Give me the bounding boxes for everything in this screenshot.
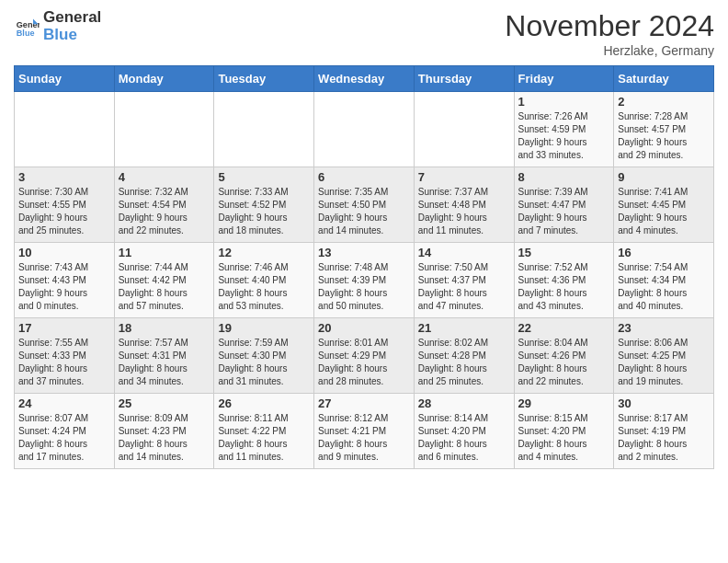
day-info: Sunrise: 8:09 AM Sunset: 4:23 PM Dayligh…	[119, 412, 210, 464]
day-info: Sunrise: 7:39 AM Sunset: 4:47 PM Dayligh…	[518, 186, 610, 237]
calendar-week-row: 24Sunrise: 8:07 AM Sunset: 4:24 PM Dayli…	[15, 394, 714, 469]
weekday-header-thursday: Thursday	[414, 66, 514, 92]
calendar-cell	[114, 92, 214, 167]
location: Herzlake, Germany	[505, 43, 714, 58]
calendar-cell: 20Sunrise: 8:01 AM Sunset: 4:29 PM Dayli…	[314, 318, 415, 394]
day-number: 15	[518, 246, 610, 259]
weekday-header-monday: Monday	[114, 66, 214, 92]
calendar-cell	[15, 92, 115, 167]
day-number: 18	[119, 321, 210, 335]
calendar-cell: 17Sunrise: 7:55 AM Sunset: 4:33 PM Dayli…	[15, 318, 115, 394]
calendar-cell: 11Sunrise: 7:44 AM Sunset: 4:42 PM Dayli…	[114, 243, 214, 318]
calendar-cell: 3Sunrise: 7:30 AM Sunset: 4:55 PM Daylig…	[15, 167, 115, 243]
calendar-cell	[314, 92, 415, 167]
weekday-header-saturday: Saturday	[614, 66, 714, 92]
day-number: 25	[119, 396, 210, 410]
calendar-cell: 28Sunrise: 8:14 AM Sunset: 4:20 PM Dayli…	[414, 394, 514, 469]
day-number: 21	[418, 321, 510, 335]
day-number: 19	[218, 321, 310, 335]
logo-icon: General Blue	[14, 14, 40, 40]
calendar-cell: 12Sunrise: 7:46 AM Sunset: 4:40 PM Dayli…	[214, 243, 314, 318]
calendar-cell: 15Sunrise: 7:52 AM Sunset: 4:36 PM Dayli…	[514, 243, 614, 318]
day-number: 4	[119, 170, 210, 184]
calendar-cell: 29Sunrise: 8:15 AM Sunset: 4:20 PM Dayli…	[514, 394, 614, 469]
calendar-week-row: 3Sunrise: 7:30 AM Sunset: 4:55 PM Daylig…	[15, 167, 714, 243]
calendar-cell: 9Sunrise: 7:41 AM Sunset: 4:45 PM Daylig…	[614, 167, 714, 243]
page-container: General Blue General Blue November 2024 …	[0, 0, 728, 478]
day-info: Sunrise: 8:01 AM Sunset: 4:29 PM Dayligh…	[318, 337, 410, 388]
day-info: Sunrise: 8:11 AM Sunset: 4:22 PM Dayligh…	[218, 412, 310, 464]
weekday-header-tuesday: Tuesday	[214, 66, 314, 92]
calendar-header: SundayMondayTuesdayWednesdayThursdayFrid…	[15, 66, 714, 92]
weekday-header-wednesday: Wednesday	[314, 66, 415, 92]
day-info: Sunrise: 8:04 AM Sunset: 4:26 PM Dayligh…	[518, 337, 610, 388]
calendar-week-row: 17Sunrise: 7:55 AM Sunset: 4:33 PM Dayli…	[15, 318, 714, 394]
calendar-cell: 1Sunrise: 7:26 AM Sunset: 4:59 PM Daylig…	[514, 92, 614, 167]
day-info: Sunrise: 8:15 AM Sunset: 4:20 PM Dayligh…	[518, 412, 610, 464]
day-info: Sunrise: 8:02 AM Sunset: 4:28 PM Dayligh…	[418, 337, 510, 388]
calendar-cell: 18Sunrise: 7:57 AM Sunset: 4:31 PM Dayli…	[114, 318, 214, 394]
day-number: 2	[618, 95, 710, 109]
calendar-cell: 2Sunrise: 7:28 AM Sunset: 4:57 PM Daylig…	[614, 92, 714, 167]
day-number: 1	[518, 95, 610, 109]
calendar-cell: 21Sunrise: 8:02 AM Sunset: 4:28 PM Dayli…	[414, 318, 514, 394]
day-info: Sunrise: 8:17 AM Sunset: 4:19 PM Dayligh…	[618, 412, 710, 464]
day-info: Sunrise: 8:14 AM Sunset: 4:20 PM Dayligh…	[418, 412, 510, 464]
day-number: 8	[518, 170, 610, 184]
calendar-cell: 5Sunrise: 7:33 AM Sunset: 4:52 PM Daylig…	[214, 167, 314, 243]
day-number: 20	[318, 321, 410, 335]
day-number: 9	[618, 170, 710, 184]
weekday-header-friday: Friday	[514, 66, 614, 92]
day-info: Sunrise: 7:54 AM Sunset: 4:34 PM Dayligh…	[618, 261, 710, 313]
day-info: Sunrise: 7:55 AM Sunset: 4:33 PM Dayligh…	[18, 337, 110, 388]
day-number: 10	[18, 246, 110, 259]
calendar-cell: 10Sunrise: 7:43 AM Sunset: 4:43 PM Dayli…	[15, 243, 115, 318]
day-number: 12	[218, 246, 310, 259]
calendar-cell: 7Sunrise: 7:37 AM Sunset: 4:48 PM Daylig…	[414, 167, 514, 243]
weekday-header-sunday: Sunday	[15, 66, 115, 92]
day-info: Sunrise: 7:28 AM Sunset: 4:57 PM Dayligh…	[618, 110, 710, 162]
day-info: Sunrise: 7:52 AM Sunset: 4:36 PM Dayligh…	[518, 261, 610, 313]
day-info: Sunrise: 8:12 AM Sunset: 4:21 PM Dayligh…	[318, 412, 410, 464]
calendar-cell: 22Sunrise: 8:04 AM Sunset: 4:26 PM Dayli…	[514, 318, 614, 394]
day-number: 26	[218, 396, 310, 410]
day-number: 22	[518, 321, 610, 335]
day-info: Sunrise: 7:26 AM Sunset: 4:59 PM Dayligh…	[518, 110, 610, 162]
month-title: November 2024	[505, 9, 714, 43]
day-number: 11	[119, 246, 210, 259]
day-number: 16	[618, 246, 710, 259]
day-info: Sunrise: 7:46 AM Sunset: 4:40 PM Dayligh…	[218, 261, 310, 313]
day-number: 29	[518, 396, 610, 410]
calendar-cell: 25Sunrise: 8:09 AM Sunset: 4:23 PM Dayli…	[114, 394, 214, 469]
day-info: Sunrise: 7:44 AM Sunset: 4:42 PM Dayligh…	[119, 261, 210, 313]
day-info: Sunrise: 7:48 AM Sunset: 4:39 PM Dayligh…	[318, 261, 410, 313]
calendar-body: 1Sunrise: 7:26 AM Sunset: 4:59 PM Daylig…	[15, 92, 714, 469]
day-info: Sunrise: 8:06 AM Sunset: 4:25 PM Dayligh…	[618, 337, 710, 388]
title-area: November 2024 Herzlake, Germany	[505, 9, 714, 58]
calendar-cell	[214, 92, 314, 167]
calendar-week-row: 10Sunrise: 7:43 AM Sunset: 4:43 PM Dayli…	[15, 243, 714, 318]
day-number: 6	[318, 170, 410, 184]
weekday-row: SundayMondayTuesdayWednesdayThursdayFrid…	[15, 66, 714, 92]
calendar-cell: 6Sunrise: 7:35 AM Sunset: 4:50 PM Daylig…	[314, 167, 415, 243]
calendar-cell: 14Sunrise: 7:50 AM Sunset: 4:37 PM Dayli…	[414, 243, 514, 318]
calendar-cell: 26Sunrise: 8:11 AM Sunset: 4:22 PM Dayli…	[214, 394, 314, 469]
calendar-cell: 30Sunrise: 8:17 AM Sunset: 4:19 PM Dayli…	[614, 394, 714, 469]
day-number: 30	[618, 396, 710, 410]
calendar-cell: 4Sunrise: 7:32 AM Sunset: 4:54 PM Daylig…	[114, 167, 214, 243]
calendar-table: SundayMondayTuesdayWednesdayThursdayFrid…	[14, 65, 714, 469]
day-info: Sunrise: 7:32 AM Sunset: 4:54 PM Dayligh…	[119, 186, 210, 237]
day-number: 14	[418, 246, 510, 259]
day-info: Sunrise: 7:43 AM Sunset: 4:43 PM Dayligh…	[18, 261, 110, 313]
day-number: 13	[318, 246, 410, 259]
calendar-cell: 16Sunrise: 7:54 AM Sunset: 4:34 PM Dayli…	[614, 243, 714, 318]
day-number: 27	[318, 396, 410, 410]
calendar-cell: 27Sunrise: 8:12 AM Sunset: 4:21 PM Dayli…	[314, 394, 415, 469]
day-info: Sunrise: 7:33 AM Sunset: 4:52 PM Dayligh…	[218, 186, 310, 237]
day-info: Sunrise: 7:59 AM Sunset: 4:30 PM Dayligh…	[218, 337, 310, 388]
day-number: 17	[18, 321, 110, 335]
svg-text:Blue: Blue	[17, 28, 35, 37]
day-info: Sunrise: 7:35 AM Sunset: 4:50 PM Dayligh…	[318, 186, 410, 237]
day-number: 7	[418, 170, 510, 184]
day-number: 24	[18, 396, 110, 410]
